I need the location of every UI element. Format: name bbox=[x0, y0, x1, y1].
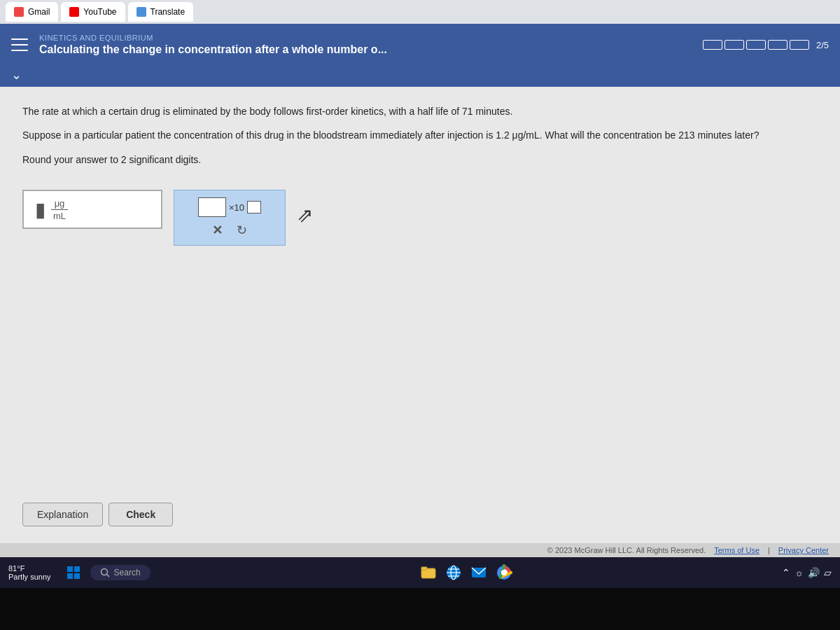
svg-point-17 bbox=[501, 570, 507, 575]
x10-label: ×10 bbox=[229, 202, 244, 213]
taskbar-volume-icon[interactable]: 🔊 bbox=[808, 567, 820, 578]
windows-start-button[interactable] bbox=[62, 561, 85, 584]
tab-youtube-label: YouTube bbox=[83, 7, 116, 17]
explanation-button[interactable]: Explanation bbox=[22, 503, 103, 526]
prog-block-4 bbox=[768, 40, 788, 50]
taskbar-app-chrome[interactable] bbox=[493, 561, 515, 584]
copyright-text: © 2023 McGraw Hill LLC. All Rights Reser… bbox=[547, 546, 706, 554]
content-area: The rate at which a certain drug is elim… bbox=[0, 87, 840, 543]
hamburger-menu[interactable] bbox=[11, 38, 28, 51]
chevron-bar: ⌄ bbox=[0, 66, 840, 87]
fraction-input[interactable]: ▮ μg mL bbox=[22, 190, 162, 229]
svg-rect-0 bbox=[67, 566, 73, 572]
weather-temp: 81°F bbox=[8, 564, 51, 573]
tab-translate-label: Translate bbox=[150, 7, 186, 17]
svg-rect-1 bbox=[74, 566, 80, 572]
sci-exponent-input[interactable] bbox=[247, 201, 261, 214]
taskbar-search-box[interactable]: Search bbox=[90, 565, 150, 580]
problem-line2-start: Suppose in a particular patient the conc… bbox=[22, 130, 695, 141]
sci-notation-top: ×10 bbox=[198, 197, 261, 217]
sci-notation-box: ×10 ✕ ↻ bbox=[174, 190, 286, 246]
tab-gmail-label: Gmail bbox=[28, 7, 50, 17]
fraction-cursor: ▮ bbox=[35, 198, 46, 221]
taskbar-app-file-explorer[interactable] bbox=[417, 561, 440, 584]
answer-area: ▮ μg mL ×10 ✕ ↻ ⇗ bbox=[22, 190, 818, 246]
fraction-units: μg mL bbox=[51, 198, 68, 221]
taskbar-network-icon[interactable]: ☼ bbox=[794, 567, 804, 578]
check-button[interactable]: Check bbox=[108, 503, 173, 526]
terms-of-use-link[interactable]: Terms of Use bbox=[714, 546, 760, 554]
svg-rect-7 bbox=[421, 567, 427, 570]
taskbar-apps bbox=[156, 561, 777, 584]
units-numerator: μg bbox=[55, 198, 65, 209]
bottom-black-bar bbox=[0, 588, 840, 630]
taskbar-battery-icon: ▱ bbox=[824, 567, 832, 578]
tab-gmail[interactable]: Gmail bbox=[6, 2, 58, 22]
privacy-center-link[interactable]: Privacy Center bbox=[778, 546, 829, 554]
taskbar-app-browser[interactable] bbox=[442, 561, 465, 584]
sci-mantissa-input[interactable] bbox=[198, 197, 226, 217]
prog-block-5 bbox=[790, 40, 809, 50]
problem-line3: Round your answer to 2 significant digit… bbox=[22, 152, 818, 167]
prog-block-2 bbox=[724, 40, 744, 50]
problem-line1: The rate at which a certain drug is elim… bbox=[22, 104, 818, 119]
chevron-down-icon[interactable]: ⌄ bbox=[11, 67, 22, 83]
taskbar-search-label: Search bbox=[114, 568, 141, 578]
sci-notation-buttons: ✕ ↻ bbox=[212, 223, 247, 238]
taskbar-weather: 81°F Partly sunny bbox=[8, 564, 51, 581]
fraction-divider bbox=[51, 209, 68, 210]
taskbar-app-mail[interactable] bbox=[468, 561, 490, 584]
prog-block-1 bbox=[703, 40, 722, 50]
prog-block-3 bbox=[746, 40, 766, 50]
browser-tabs: Gmail YouTube Translate bbox=[0, 0, 840, 24]
tab-youtube[interactable]: YouTube bbox=[61, 2, 125, 22]
taskbar-right: ⌃ ☼ 🔊 ▱ bbox=[782, 567, 832, 578]
svg-rect-3 bbox=[74, 573, 80, 579]
sci-undo-button[interactable]: ↻ bbox=[237, 223, 247, 238]
header-title: Calculating the change in concentration … bbox=[39, 43, 703, 56]
problem-line2: Suppose in a particular patient the conc… bbox=[22, 127, 818, 143]
progress-blocks bbox=[703, 40, 809, 50]
translate-icon bbox=[136, 7, 146, 17]
taskbar-chevron-icon[interactable]: ⌃ bbox=[782, 567, 790, 578]
main-container: KINETICS AND EQUILIBRIUM Calculating the… bbox=[0, 24, 840, 557]
header-text: KINETICS AND EQUILIBRIUM Calculating the… bbox=[39, 34, 703, 56]
youtube-icon bbox=[69, 7, 79, 17]
sci-clear-button[interactable]: ✕ bbox=[212, 223, 223, 238]
units-denominator: mL bbox=[53, 211, 66, 221]
problem-line2-end: minutes later? bbox=[698, 130, 760, 141]
header-bar: KINETICS AND EQUILIBRIUM Calculating the… bbox=[0, 24, 840, 66]
tab-translate[interactable]: Translate bbox=[128, 2, 194, 22]
cursor-arrow: ⇗ bbox=[297, 204, 313, 227]
taskbar: 81°F Partly sunny Search bbox=[0, 557, 840, 588]
weather-condition: Partly sunny bbox=[8, 573, 51, 581]
progress-label: 2/5 bbox=[816, 40, 829, 50]
gmail-icon bbox=[14, 7, 24, 17]
bottom-buttons: Explanation Check bbox=[22, 503, 818, 526]
copyright-bar: © 2023 McGraw Hill LLC. All Rights Reser… bbox=[0, 543, 840, 557]
svg-rect-2 bbox=[67, 573, 73, 579]
copyright-separator: | bbox=[768, 546, 770, 554]
svg-line-5 bbox=[106, 575, 109, 578]
progress-container: 2/5 bbox=[703, 40, 829, 50]
spacer bbox=[22, 260, 818, 503]
header-subtitle: KINETICS AND EQUILIBRIUM bbox=[39, 34, 703, 42]
svg-point-4 bbox=[101, 569, 107, 575]
